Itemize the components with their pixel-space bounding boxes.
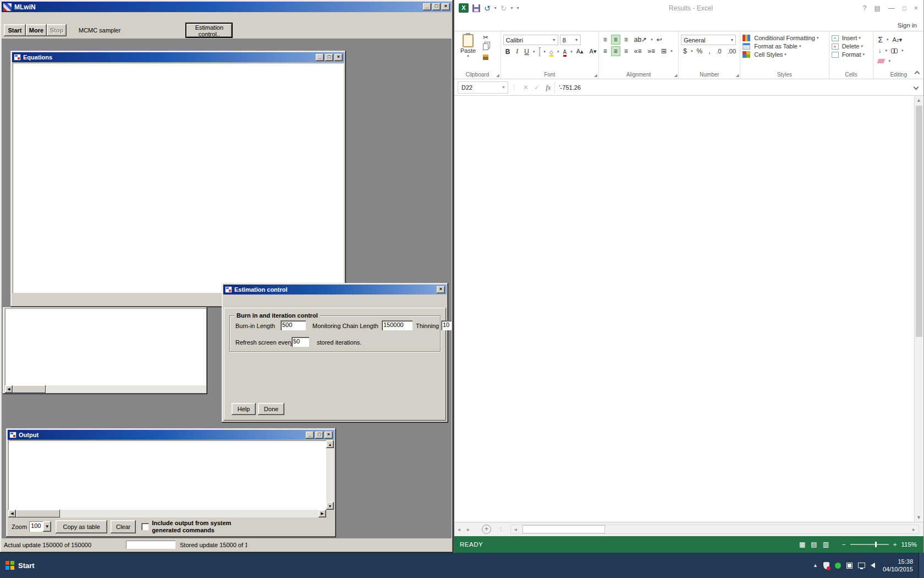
align-right-icon[interactable]: ≡ [622, 47, 630, 56]
font-size-combo[interactable]: 8▼ [560, 35, 581, 45]
expand-formula-bar-icon[interactable] [914, 85, 919, 90]
tray-window-icon[interactable] [846, 563, 853, 569]
format-painter-icon[interactable] [481, 53, 491, 62]
format-as-table-button[interactable]: Format as Table▾ [743, 43, 826, 50]
grid-vertical-scrollbar[interactable]: ▲ ▼ [914, 96, 923, 522]
copy-as-table-button[interactable]: Copy as table [56, 520, 107, 533]
start-estimation-button[interactable]: Start [4, 24, 26, 36]
maximize-icon[interactable]: □ [315, 432, 323, 439]
tab-splitter[interactable]: ⁞ [500, 526, 502, 532]
equations-titlebar[interactable]: Equations _ □ × [12, 52, 344, 62]
thinning-input[interactable]: 10 [441, 320, 452, 330]
scroll-down-icon[interactable]: ▼ [326, 502, 334, 510]
output-vertical-scrollbar[interactable]: ▲ ▼ [326, 440, 334, 510]
find-select-icon[interactable] [889, 46, 900, 55]
refresh-input[interactable]: 50 [292, 337, 309, 347]
shrink-font-icon[interactable]: A▾ [587, 47, 599, 56]
tray-status-icon[interactable] [835, 563, 841, 569]
scrollbar-thumb[interactable] [13, 385, 46, 393]
zoom-combo[interactable]: 100 ▼ [29, 521, 51, 532]
decrease-indent-icon[interactable]: «≡ [632, 47, 644, 56]
maximize-icon[interactable]: □ [432, 3, 441, 10]
ribbon-options-icon[interactable]: ▤ [874, 4, 880, 12]
stop-button[interactable]: Stop [47, 24, 67, 36]
output-titlebar[interactable]: Output _ □ × [8, 430, 334, 440]
autosum-icon[interactable]: Σ [876, 35, 885, 45]
excel-logo-icon[interactable]: X [459, 3, 469, 13]
align-center-icon[interactable]: ≡ [611, 46, 620, 56]
merge-center-icon[interactable]: ⊞ [659, 47, 669, 56]
zoom-out-icon[interactable]: − [842, 541, 846, 548]
underline-dropdown-icon[interactable]: ▾ [533, 50, 535, 54]
fill-dropdown-icon[interactable]: ▾ [557, 50, 559, 54]
excel-titlebar[interactable]: X ↺▾ ↻▾ ▾ Results - Excel ? ▤ — □ × [454, 0, 923, 17]
fill-down-icon[interactable]: ↓ [876, 46, 883, 55]
comma-style-icon[interactable]: , [706, 47, 712, 56]
align-left-icon[interactable]: ≡ [601, 47, 609, 56]
estimation-control-button[interactable]: Estimation control.. [185, 23, 233, 38]
taskbar-clock[interactable]: 15:38 04/10/2015 [883, 558, 913, 573]
number-launcher-icon[interactable]: ◢ [736, 73, 739, 78]
name-box[interactable]: D22▼ [458, 81, 508, 94]
font-color-dropdown-icon[interactable]: ▾ [570, 50, 573, 54]
output-horizontal-scrollbar[interactable]: ◀ ▶ [8, 510, 326, 517]
cancel-icon[interactable]: ✕ [523, 84, 529, 91]
redo-icon[interactable]: ↻ [501, 4, 507, 13]
scroll-down-icon[interactable]: ▼ [916, 513, 921, 522]
scroll-left-icon[interactable]: ◀ [8, 510, 16, 517]
increase-decimal-icon[interactable]: .0 [714, 47, 724, 55]
bold-button[interactable]: B [503, 47, 513, 56]
paste-button[interactable]: Paste▾ [457, 33, 480, 65]
grow-font-icon[interactable]: A▴ [574, 47, 586, 56]
cell-styles-button[interactable]: Cell Styles▾ [743, 51, 826, 58]
align-bottom-icon[interactable]: ≡ [622, 35, 630, 44]
chevron-down-icon[interactable]: ▼ [43, 521, 51, 532]
network-icon[interactable] [858, 563, 865, 568]
chain-length-input[interactable]: 150000 [382, 320, 413, 330]
zoom-in-icon[interactable]: + [893, 541, 897, 548]
previous-sheet-icon[interactable]: ◂ [454, 522, 464, 536]
help-button[interactable]: Help [232, 403, 256, 415]
minimize-icon[interactable]: — [888, 4, 895, 12]
alignment-launcher-icon[interactable]: ◢ [674, 73, 677, 78]
scrollbar-thumb[interactable] [16, 510, 60, 517]
burn-in-input[interactable]: 500 [280, 320, 306, 330]
dialog-titlebar[interactable]: Estimation control × [223, 285, 447, 295]
font-name-combo[interactable]: Calibri▼ [503, 35, 558, 45]
undo-dropdown-icon[interactable]: ▾ [494, 6, 497, 10]
show-desktop-button[interactable] [919, 553, 924, 578]
zoom-slider[interactable] [850, 544, 889, 545]
help-icon[interactable]: ? [863, 4, 867, 12]
scroll-left-icon[interactable]: ◂ [511, 526, 520, 532]
volume-icon[interactable] [871, 563, 875, 568]
undo-icon[interactable]: ↺ [484, 4, 491, 13]
close-icon[interactable]: × [442, 3, 450, 10]
restore-icon[interactable]: □ [903, 4, 906, 12]
close-icon[interactable]: × [914, 4, 918, 12]
sign-in-link[interactable]: Sign in [898, 22, 917, 31]
mlwin-titlebar[interactable]: MLwiN _ □ × [2, 2, 452, 12]
normal-view-icon[interactable]: ▦ [799, 541, 805, 548]
close-icon[interactable]: × [437, 286, 445, 293]
minimize-icon[interactable]: _ [423, 3, 431, 10]
save-icon[interactable] [472, 4, 480, 12]
wrap-text-icon[interactable]: ↩ [654, 35, 664, 44]
formula-bar-splitter[interactable]: ⋮ [512, 84, 517, 90]
fill-color-icon[interactable]: ◇ [547, 47, 556, 56]
increase-indent-icon[interactable]: »≡ [645, 47, 657, 56]
align-middle-icon[interactable]: ≡ [611, 35, 620, 45]
align-top-icon[interactable]: ≡ [601, 35, 609, 44]
maximize-icon[interactable]: □ [325, 54, 333, 61]
underline-button[interactable]: U [522, 47, 531, 56]
scroll-right-icon[interactable]: ▸ [909, 526, 919, 532]
page-layout-view-icon[interactable]: ▤ [811, 541, 817, 548]
sheet-horizontal-scrollbar[interactable]: ◂ ▸ [510, 525, 919, 534]
zoom-level[interactable]: 115% [901, 541, 917, 548]
percent-style-icon[interactable]: % [695, 47, 705, 56]
scroll-right-icon[interactable]: ▶ [318, 510, 326, 517]
close-icon[interactable]: × [324, 432, 333, 439]
formula-input[interactable]: '-751.26 [554, 81, 909, 94]
close-icon[interactable]: × [334, 54, 343, 61]
copy-icon[interactable] [481, 43, 491, 52]
borders-dropdown-icon[interactable]: ▾ [544, 50, 546, 54]
